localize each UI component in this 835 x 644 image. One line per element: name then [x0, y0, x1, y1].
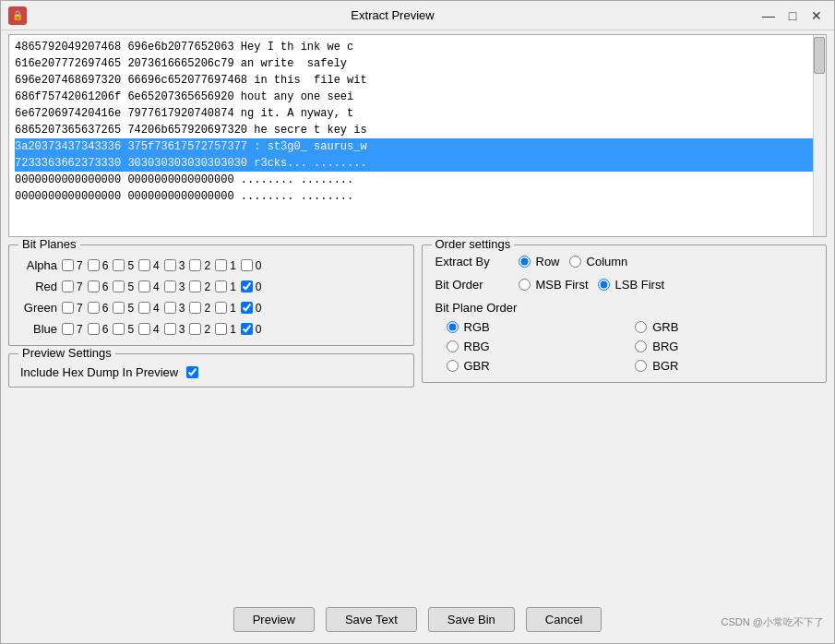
bit-check-group-alpha-2: 2: [188, 259, 210, 272]
close-button[interactable]: ✕: [806, 6, 827, 26]
bpo-radio-rgb[interactable]: [447, 321, 459, 333]
bit-check-label-alpha-6: 6: [102, 259, 109, 272]
bit-checkbox-alpha-1[interactable]: [215, 259, 227, 271]
bit-check-group-blue-7: 7: [61, 323, 83, 336]
order-settings-group: Order settings Extract By Row Column Bi: [422, 244, 828, 383]
lsb-first-radio[interactable]: [598, 279, 610, 291]
bit-checkbox-green-3[interactable]: [164, 302, 176, 314]
bit-check-label-red-3: 3: [179, 280, 185, 293]
bit-checkbox-blue-4[interactable]: [138, 323, 150, 335]
bit-checkbox-green-0[interactable]: [241, 302, 253, 314]
bpo-option-bgr[interactable]: BGR: [633, 359, 813, 373]
bit-checkbox-alpha-4[interactable]: [138, 259, 150, 271]
main-content: Bit Planes Alpha76543210Red76543210Green…: [1, 241, 834, 598]
bit-checkbox-alpha-0[interactable]: [241, 259, 253, 271]
bit-check-group-alpha-0: 0: [240, 259, 262, 272]
bit-checkbox-red-1[interactable]: [215, 280, 227, 292]
bit-checkbox-green-6[interactable]: [88, 302, 100, 314]
extract-by-column-radio[interactable]: [569, 256, 581, 268]
bit-check-label-alpha-1: 1: [230, 259, 236, 272]
bpo-radio-brg[interactable]: [635, 340, 647, 352]
bit-check-label-red-1: 1: [230, 280, 236, 293]
bit-check-group-blue-3: 3: [163, 323, 185, 336]
bit-check-group-alpha-5: 5: [112, 259, 134, 272]
save-text-button[interactable]: Save Text: [326, 607, 417, 632]
bit-checkbox-blue-1[interactable]: [215, 323, 227, 335]
bit-checkbox-green-1[interactable]: [215, 302, 227, 314]
bit-order-row: Bit Order MSB First LSB First: [435, 278, 814, 292]
lsb-first-option[interactable]: LSB First: [596, 278, 664, 292]
extract-by-column-option[interactable]: Column: [567, 255, 628, 268]
preview-area: 4865792049207468 696e6b2077652063 Hey I …: [8, 34, 827, 237]
bit-checkbox-red-4[interactable]: [138, 280, 150, 292]
bit-checkbox-blue-2[interactable]: [189, 323, 201, 335]
window-title: Extract Preview: [27, 8, 758, 22]
bit-check-group-alpha-7: 7: [61, 259, 83, 272]
hex-dump-checkbox[interactable]: [186, 366, 198, 378]
scrollbar-track[interactable]: [813, 35, 826, 236]
bit-checkbox-blue-7[interactable]: [62, 323, 74, 335]
bit-check-label-blue-0: 0: [256, 323, 262, 336]
bpo-radio-rbg[interactable]: [447, 340, 459, 352]
bit-checkbox-red-5[interactable]: [113, 280, 125, 292]
bpo-radio-bgr[interactable]: [635, 360, 647, 372]
bpo-label-rgb: RGB: [464, 320, 490, 334]
bit-checkbox-blue-6[interactable]: [88, 323, 100, 335]
bit-checkbox-red-6[interactable]: [88, 280, 100, 292]
bpo-option-gbr[interactable]: GBR: [445, 359, 625, 373]
preview-button[interactable]: Preview: [233, 607, 315, 632]
bit-check-label-alpha-3: 3: [179, 259, 185, 272]
bit-check-label-green-6: 6: [102, 302, 109, 315]
maximize-button[interactable]: □: [782, 6, 803, 26]
bpo-option-grb[interactable]: GRB: [633, 320, 813, 334]
bit-checkbox-green-5[interactable]: [113, 302, 125, 314]
hex-dump-row: Include Hex Dump In Preview: [20, 365, 402, 379]
bit-planes-grid: Alpha76543210Red76543210Green76543210Blu…: [20, 258, 402, 336]
bit-check-label-blue-7: 7: [77, 323, 83, 336]
bit-check-label-green-1: 1: [230, 302, 236, 315]
bit-checkbox-alpha-7[interactable]: [62, 259, 74, 271]
bit-checkbox-green-4[interactable]: [138, 302, 150, 314]
bpo-label-gbr: GBR: [464, 359, 490, 373]
bit-check-group-blue-4: 4: [137, 323, 160, 336]
bpo-option-rgb[interactable]: RGB: [445, 320, 625, 334]
bit-checkbox-green-2[interactable]: [189, 302, 201, 314]
preview-settings-title: Preview Settings: [18, 346, 115, 360]
msb-first-option[interactable]: MSB First: [517, 278, 589, 292]
bit-check-label-alpha-4: 4: [153, 259, 160, 272]
extract-by-row-label: Row: [536, 255, 560, 268]
bit-checkbox-blue-0[interactable]: [241, 323, 253, 335]
hex-dump-label: Include Hex Dump In Preview: [20, 365, 178, 379]
bit-checkbox-green-7[interactable]: [62, 302, 74, 314]
bit-checkbox-red-0[interactable]: [241, 280, 253, 292]
bit-checkbox-red-3[interactable]: [164, 280, 176, 292]
bit-row-red: Red76543210: [20, 280, 402, 293]
bit-checkbox-blue-3[interactable]: [164, 323, 176, 335]
msb-first-label: MSB First: [536, 278, 589, 292]
bit-checkbox-red-7[interactable]: [62, 280, 74, 292]
minimize-button[interactable]: —: [758, 6, 779, 26]
cancel-button[interactable]: Cancel: [526, 607, 602, 632]
bpo-radio-gbr[interactable]: [447, 360, 459, 372]
bit-check-group-green-7: 7: [61, 302, 83, 315]
scrollbar-thumb[interactable]: [814, 37, 825, 74]
bit-check-label-blue-5: 5: [127, 323, 134, 336]
bit-planes-title: Bit Planes: [18, 237, 80, 251]
bit-checkbox-alpha-2[interactable]: [189, 259, 201, 271]
bit-check-label-green-7: 7: [77, 302, 83, 315]
bpo-option-brg[interactable]: BRG: [633, 340, 813, 353]
bpo-radio-grb[interactable]: [635, 321, 647, 333]
bit-check-group-red-0: 0: [240, 280, 262, 293]
extract-by-row-option[interactable]: Row: [517, 255, 560, 268]
msb-first-radio[interactable]: [519, 279, 531, 291]
bit-check-label-alpha-7: 7: [77, 259, 83, 272]
bit-checkbox-alpha-5[interactable]: [113, 259, 125, 271]
bit-checkbox-alpha-3[interactable]: [164, 259, 176, 271]
bit-check-label-blue-2: 2: [204, 323, 210, 336]
bpo-option-rbg[interactable]: RBG: [445, 340, 625, 353]
save-bin-button[interactable]: Save Bin: [428, 607, 515, 632]
bit-checkbox-blue-5[interactable]: [113, 323, 125, 335]
bit-checkbox-alpha-6[interactable]: [88, 259, 100, 271]
extract-by-row-radio[interactable]: [519, 256, 531, 268]
bit-checkbox-red-2[interactable]: [189, 280, 201, 292]
